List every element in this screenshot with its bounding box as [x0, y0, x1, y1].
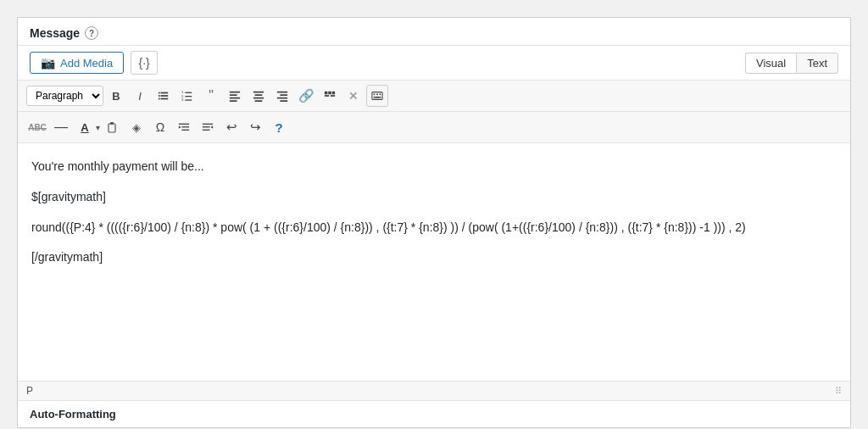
- ol-icon: 1.2.3.: [181, 90, 193, 102]
- svg-rect-19: [255, 100, 263, 102]
- svg-rect-25: [331, 95, 335, 97]
- message-label-row: Message ?: [18, 18, 850, 45]
- svg-rect-7: [185, 92, 192, 93]
- content-line-4: [/gravitymath]: [31, 248, 837, 268]
- svg-rect-34: [375, 97, 379, 98]
- svg-rect-36: [108, 124, 115, 132]
- eraser-button[interactable]: ◈: [125, 116, 147, 138]
- unordered-list-button[interactable]: [153, 85, 175, 107]
- svg-rect-17: [255, 94, 263, 96]
- svg-rect-4: [159, 98, 160, 100]
- svg-text:3.: 3.: [181, 98, 185, 102]
- undo-button[interactable]: ↩: [220, 116, 242, 138]
- editor-container: Message ? 📷 Add Media {·} Visual Text Pa…: [17, 17, 851, 428]
- align-center-button[interactable]: [248, 85, 270, 107]
- link-button[interactable]: 🔗: [295, 85, 317, 107]
- editor-footer: P ⠿: [18, 381, 850, 400]
- hr-icon: [324, 90, 336, 102]
- help-button[interactable]: ?: [268, 116, 290, 138]
- content-line-3: round(({P:4} * (((({r:6}/100) / {n:8}) *…: [31, 218, 837, 238]
- format-toolbar-1: Paragraph B I 1.2.3. " 🔗 ✕: [18, 80, 850, 112]
- svg-rect-29: [372, 92, 382, 100]
- ul-icon: [158, 90, 170, 102]
- keyboard-shortcuts-button[interactable]: [366, 85, 388, 107]
- svg-rect-38: [179, 124, 189, 125]
- paste-button[interactable]: [102, 116, 124, 138]
- svg-rect-0: [159, 92, 160, 94]
- shortcode-icon: {·}: [139, 56, 150, 70]
- paste-icon: [107, 121, 119, 133]
- add-media-label: Add Media: [60, 57, 113, 70]
- align-right-icon: [276, 90, 288, 102]
- top-toolbar: 📷 Add Media {·} Visual Text: [18, 45, 850, 80]
- ordered-list-button[interactable]: 1.2.3.: [176, 85, 198, 107]
- align-left-button[interactable]: [224, 85, 246, 107]
- svg-rect-35: [380, 97, 381, 98]
- svg-rect-37: [110, 122, 114, 125]
- shortcode-button[interactable]: {·}: [131, 51, 158, 75]
- editor-paragraph-indicator: P: [26, 385, 33, 397]
- svg-rect-5: [161, 98, 169, 100]
- keyboard-icon: [371, 90, 383, 102]
- align-center-icon: [253, 90, 264, 102]
- text-color-arrow[interactable]: ▾: [96, 123, 100, 132]
- svg-rect-43: [203, 126, 210, 127]
- svg-rect-30: [374, 93, 376, 95]
- svg-rect-26: [325, 92, 328, 95]
- horizontal-rule-button[interactable]: —: [50, 116, 72, 138]
- text-mode-button[interactable]: Text: [796, 53, 838, 74]
- svg-rect-18: [253, 98, 264, 99]
- svg-marker-41: [179, 125, 181, 129]
- bold-button[interactable]: B: [105, 85, 127, 107]
- svg-rect-20: [277, 92, 287, 93]
- remove-format-button[interactable]: ✕: [342, 85, 364, 107]
- svg-rect-39: [181, 126, 189, 127]
- editor-body[interactable]: You're monthly payment will be... $[grav…: [18, 143, 850, 381]
- italic-button[interactable]: I: [129, 85, 151, 107]
- hr-button[interactable]: [319, 85, 341, 107]
- svg-rect-32: [380, 93, 381, 95]
- message-label: Message: [30, 26, 80, 40]
- svg-rect-1: [161, 92, 169, 94]
- auto-formatting-label: Auto-Formatting: [18, 400, 850, 427]
- toolbar-left: 📷 Add Media {·}: [30, 51, 158, 75]
- view-mode-buttons: Visual Text: [745, 53, 838, 74]
- svg-rect-13: [230, 94, 237, 96]
- svg-rect-15: [230, 100, 237, 102]
- blockquote-button[interactable]: ": [200, 85, 222, 107]
- resize-handle[interactable]: ⠿: [835, 386, 842, 397]
- svg-rect-22: [277, 98, 287, 99]
- camera-icon: 📷: [41, 56, 55, 70]
- svg-rect-44: [203, 130, 210, 131]
- svg-rect-23: [280, 100, 287, 102]
- svg-rect-31: [376, 93, 378, 95]
- svg-rect-42: [203, 124, 213, 125]
- paragraph-select[interactable]: Paragraph: [26, 86, 103, 106]
- svg-rect-28: [332, 92, 336, 95]
- svg-rect-16: [253, 92, 264, 93]
- content-line-1: You're monthly payment will be...: [31, 157, 837, 177]
- svg-rect-12: [230, 92, 240, 93]
- svg-rect-21: [280, 94, 287, 96]
- format-toolbar-2: ABC — A ▾ ◈ Ω ↩ ↪ ?: [18, 112, 850, 143]
- align-right-button[interactable]: [271, 85, 293, 107]
- content-line-2: $[gravitymath]: [31, 187, 837, 208]
- strikethrough-button[interactable]: ABC: [26, 116, 48, 138]
- svg-rect-11: [185, 99, 192, 100]
- svg-rect-14: [230, 98, 240, 99]
- text-color-button[interactable]: A: [74, 116, 96, 138]
- redo-button[interactable]: ↪: [244, 116, 266, 138]
- svg-rect-40: [181, 130, 189, 131]
- indent-less-button[interactable]: [197, 116, 219, 138]
- visual-mode-button[interactable]: Visual: [745, 53, 796, 74]
- help-icon[interactable]: ?: [85, 26, 98, 40]
- svg-rect-33: [374, 97, 376, 98]
- omega-button[interactable]: Ω: [149, 116, 171, 138]
- align-left-icon: [229, 90, 241, 102]
- svg-rect-9: [185, 96, 192, 97]
- text-color-wrapper: A ▾: [74, 116, 100, 138]
- indent-more-icon: [178, 121, 190, 133]
- indent-more-button[interactable]: [173, 116, 195, 138]
- indent-less-icon: [202, 121, 214, 133]
- add-media-button[interactable]: 📷 Add Media: [30, 52, 124, 74]
